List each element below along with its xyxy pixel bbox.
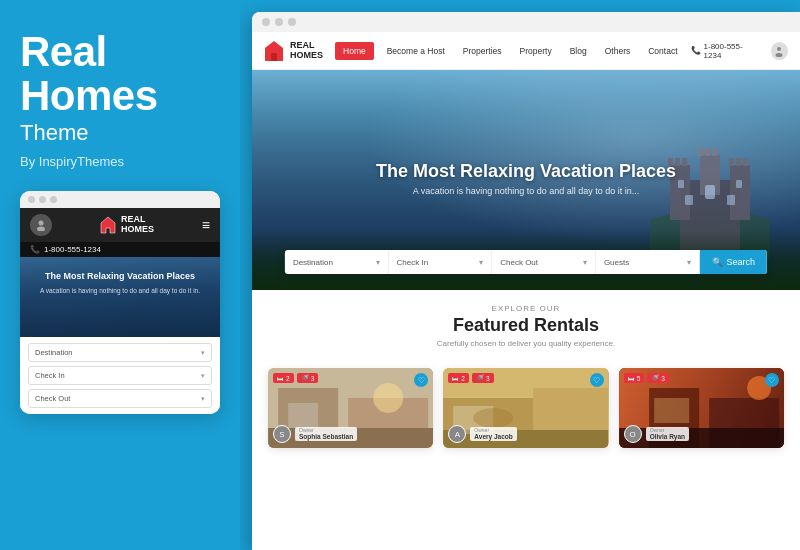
svg-point-0	[39, 221, 44, 226]
search-bar: Destination Check In Check Out Guests 🔍 …	[285, 250, 767, 274]
svg-rect-14	[705, 148, 710, 156]
card-1-owner: S Owner Sophia Sebastian	[273, 425, 357, 443]
svg-rect-13	[698, 148, 703, 156]
property-card-3[interactable]: 🛏 5 🚿 3 ♡ O Owner Olivia Ryan	[619, 368, 784, 448]
dot-3	[50, 196, 57, 203]
search-icon: 🔍	[712, 257, 723, 267]
mobile-search-form: Destination Check In Check Out	[20, 337, 220, 414]
guests-label: Guests	[604, 258, 629, 267]
card-2-badges: 🛏 2 🚿 3	[448, 373, 493, 383]
mobile-logo-text: REALHOMES	[121, 215, 154, 235]
card-2-badge-baths: 🚿 3	[472, 373, 494, 383]
card-2-owner-name: Avery Jacob	[474, 433, 512, 441]
mobile-hero: The Most Relaxing Vacation Places A vaca…	[20, 257, 220, 337]
card-1-badges: 🛏 2 🚿 3	[273, 373, 318, 383]
mobile-hero-title: The Most Relaxing Vacation Places	[30, 271, 210, 283]
card-2-owner: A Owner Avery Jacob	[448, 425, 516, 443]
nav-item-become-host[interactable]: Become a Host	[382, 46, 450, 56]
search-guests[interactable]: Guests	[596, 251, 700, 274]
card-1-owner-name: Sophia Sebastian	[299, 433, 353, 441]
card-3-badge-baths: 🚿 3	[647, 373, 669, 383]
mobile-hero-subtitle: A vacation is having nothing to do and a…	[30, 287, 210, 295]
nav-item-blog[interactable]: Blog	[565, 46, 592, 56]
property-card-1[interactable]: 🛏 2 🚿 3 ♡ S Owner Sophia Sebastian	[268, 368, 433, 448]
card-3-owner: O Owner Olivia Ryan	[624, 425, 689, 443]
hero-title: The Most Relaxing Vacation Places	[252, 161, 800, 182]
mobile-browser-dots	[20, 191, 220, 208]
mobile-avatar-icon	[30, 214, 52, 236]
card-image-2: 🛏 2 🚿 3 ♡ A Owner Avery Jacob	[443, 368, 608, 448]
phone-icon: 📞	[30, 245, 40, 254]
hero-content: The Most Relaxing Vacation Places A vaca…	[252, 161, 800, 196]
mobile-logo: REALHOMES	[100, 215, 154, 235]
property-card-2[interactable]: 🛏 2 🚿 3 ♡ A Owner Avery Jacob	[443, 368, 608, 448]
mobile-destination-field[interactable]: Destination	[28, 343, 212, 362]
card-3-badge-beds: 🛏 5	[624, 373, 645, 383]
mobile-phone: 1-800-555-1234	[44, 245, 101, 254]
card-2-badge-beds: 🛏 2	[448, 373, 469, 383]
logo-house-icon	[264, 40, 284, 62]
browser-dot-2	[275, 18, 283, 26]
search-checkin[interactable]: Check In	[389, 251, 493, 274]
card-1-owner-avatar: S	[273, 425, 291, 443]
card-image-1: 🛏 2 🚿 3 ♡ S Owner Sophia Sebastian	[268, 368, 433, 448]
svg-rect-20	[685, 195, 693, 205]
theme-by: By InspiryThemes	[20, 154, 220, 169]
logo-text: REAL HOMES	[290, 41, 323, 61]
mobile-checkin-field[interactable]: Check In	[28, 366, 212, 385]
nav-phone-number: 1-800-555-1234	[704, 42, 759, 60]
mobile-hamburger-icon[interactable]: ≡	[202, 217, 210, 233]
mobile-checkout-field[interactable]: Check Out	[28, 389, 212, 408]
search-button[interactable]: 🔍 Search	[700, 250, 768, 274]
search-button-label: Search	[727, 257, 756, 267]
svg-rect-2	[271, 53, 277, 61]
featured-section: Explore Our Featured Rentals Carefully c…	[252, 290, 800, 358]
title-line1: Real	[20, 28, 107, 75]
explore-label: Explore Our	[268, 304, 784, 313]
search-checkout[interactable]: Check Out	[492, 251, 596, 274]
dot-1	[28, 196, 35, 203]
logo-block: REAL HOMES	[264, 40, 323, 62]
svg-rect-41	[654, 398, 689, 423]
mobile-logo-icon	[100, 216, 116, 234]
card-image-3: 🛏 5 🚿 3 ♡ O Owner Olivia Ryan	[619, 368, 784, 448]
featured-title: Featured Rentals	[268, 315, 784, 336]
search-destination[interactable]: Destination	[285, 251, 389, 274]
nav-phone: 📞 1-800-555-1234	[691, 42, 759, 60]
nav-item-properties[interactable]: Properties	[458, 46, 507, 56]
checkout-label: Check Out	[500, 258, 538, 267]
left-panel: Real Homes Theme By InspiryThemes REA	[0, 0, 240, 550]
nav-item-others[interactable]: Others	[600, 46, 636, 56]
dot-2	[39, 196, 46, 203]
browser-dot-3	[288, 18, 296, 26]
nav-item-contact[interactable]: Contact	[643, 46, 682, 56]
logo-line2: HOMES	[290, 51, 323, 61]
card-1-badge-beds: 🛏 2	[273, 373, 294, 383]
card-3-owner-info: Owner Olivia Ryan	[646, 427, 689, 442]
title-line2: Homes	[20, 72, 158, 119]
theme-title: Real Homes Theme By InspiryThemes	[20, 30, 220, 169]
featured-description: Carefully chosen to deliver you quality …	[268, 339, 784, 348]
svg-rect-21	[727, 195, 735, 205]
browser-dot-1	[262, 18, 270, 26]
hero-subtitle: A vacation is having nothing to do and a…	[252, 186, 800, 196]
checkin-label: Check In	[397, 258, 429, 267]
large-nav: REAL HOMES Home Become a Host Properties…	[252, 32, 800, 70]
card-3-owner-avatar: O	[624, 425, 642, 443]
large-browser-bar	[252, 12, 800, 32]
svg-point-29	[373, 383, 403, 413]
card-2-fav-icon[interactable]: ♡	[590, 373, 604, 387]
nav-item-home[interactable]: Home	[335, 42, 374, 60]
nav-item-property[interactable]: Property	[515, 46, 557, 56]
card-2-owner-avatar: A	[448, 425, 466, 443]
card-3-owner-name: Olivia Ryan	[650, 433, 685, 441]
svg-point-4	[776, 53, 783, 57]
card-1-badge-baths: 🚿 3	[297, 373, 319, 383]
theme-subtitle: Theme	[20, 120, 220, 146]
nav-user-icon[interactable]	[771, 42, 789, 60]
card-3-fav-icon[interactable]: ♡	[765, 373, 779, 387]
phone-icon-nav: 📞	[691, 46, 701, 55]
svg-rect-15	[712, 148, 717, 156]
card-1-owner-info: Owner Sophia Sebastian	[295, 427, 357, 442]
mobile-nav: REALHOMES ≡	[20, 208, 220, 242]
